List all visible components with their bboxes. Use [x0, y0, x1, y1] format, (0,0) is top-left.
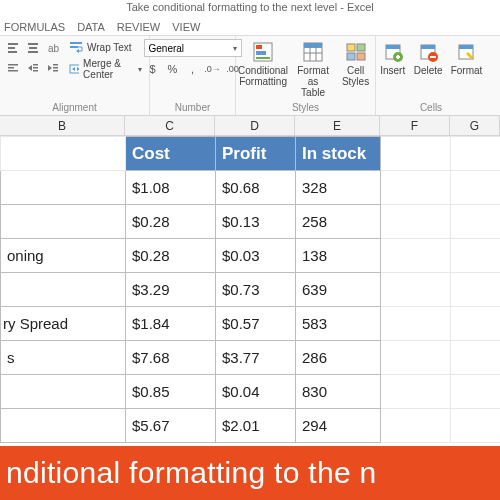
- cell[interactable]: $0.04: [216, 375, 296, 409]
- format-as-table-button[interactable]: Format as Table: [294, 39, 333, 100]
- cell[interactable]: 138: [296, 239, 381, 273]
- cell[interactable]: [381, 409, 451, 443]
- cell[interactable]: [381, 341, 451, 375]
- header-cost[interactable]: Cost: [126, 137, 216, 171]
- cell[interactable]: $3.29: [126, 273, 216, 307]
- delete-button[interactable]: Delete: [412, 39, 445, 78]
- cell[interactable]: [451, 137, 501, 171]
- cell[interactable]: $0.13: [216, 205, 296, 239]
- group-alignment: ab Wrap Text Merge & Center ▾: [0, 36, 150, 115]
- merge-center-button[interactable]: Merge & Center ▾: [66, 57, 145, 81]
- increase-indent-icon[interactable]: [44, 59, 62, 77]
- colhead-f[interactable]: F: [380, 116, 450, 136]
- cell[interactable]: [381, 171, 451, 205]
- cell[interactable]: $0.03: [216, 239, 296, 273]
- cell[interactable]: 583: [296, 307, 381, 341]
- cell[interactable]: 639: [296, 273, 381, 307]
- cell[interactable]: [1, 137, 126, 171]
- cell-styles-label: Cell Styles: [339, 65, 373, 87]
- comma-format-button[interactable]: ,: [184, 60, 202, 78]
- cell[interactable]: [451, 239, 501, 273]
- column-headers: B C D E F G: [0, 116, 500, 136]
- cell[interactable]: $0.73: [216, 273, 296, 307]
- tab-data[interactable]: DATA: [77, 21, 105, 33]
- svg-rect-45: [430, 56, 436, 58]
- cell[interactable]: $2.01: [216, 409, 296, 443]
- svg-rect-13: [33, 70, 38, 72]
- cell[interactable]: $7.68: [126, 341, 216, 375]
- table-row: $0.28 $0.13 258: [1, 205, 501, 239]
- align-left-icon[interactable]: [4, 59, 22, 77]
- orientation-icon[interactable]: ab: [44, 39, 62, 57]
- decrease-indent-icon[interactable]: [24, 59, 42, 77]
- cell[interactable]: [381, 273, 451, 307]
- cell[interactable]: [451, 307, 501, 341]
- svg-rect-2: [8, 51, 17, 53]
- cell[interactable]: [381, 375, 451, 409]
- colhead-e[interactable]: E: [295, 116, 380, 136]
- cell[interactable]: $0.28: [126, 205, 216, 239]
- table-row: ry Spread $1.84 $0.57 583: [1, 307, 501, 341]
- tab-formulas[interactable]: FORMULAS: [4, 21, 65, 33]
- cell[interactable]: [1, 273, 126, 307]
- cell[interactable]: [1, 409, 126, 443]
- tab-review[interactable]: REVIEW: [117, 21, 160, 33]
- number-format-dropdown[interactable]: General ▾: [144, 39, 242, 57]
- cell[interactable]: [381, 137, 451, 171]
- cell[interactable]: $0.57: [216, 307, 296, 341]
- cell[interactable]: $1.84: [126, 307, 216, 341]
- svg-rect-15: [53, 64, 58, 66]
- cell[interactable]: 830: [296, 375, 381, 409]
- cell[interactable]: $0.68: [216, 171, 296, 205]
- colhead-c[interactable]: C: [125, 116, 215, 136]
- cell[interactable]: [451, 375, 501, 409]
- insert-button[interactable]: Insert: [378, 39, 408, 78]
- cell[interactable]: $5.67: [126, 409, 216, 443]
- cell[interactable]: [381, 307, 451, 341]
- tab-view[interactable]: VIEW: [172, 21, 200, 33]
- cell[interactable]: [1, 171, 126, 205]
- group-label-cells: Cells: [420, 102, 442, 113]
- cell[interactable]: $3.77: [216, 341, 296, 375]
- header-profit[interactable]: Profit: [216, 137, 296, 171]
- increase-decimal-button[interactable]: .0→: [204, 60, 222, 78]
- cell[interactable]: [1, 205, 126, 239]
- cell[interactable]: [451, 205, 501, 239]
- cell[interactable]: ry Spread: [1, 307, 126, 341]
- colhead-g[interactable]: G: [450, 116, 500, 136]
- cell[interactable]: [381, 205, 451, 239]
- align-middle-icon[interactable]: [24, 39, 42, 57]
- svg-rect-18: [70, 42, 82, 44]
- cell[interactable]: $0.28: [126, 239, 216, 273]
- percent-format-button[interactable]: %: [164, 60, 182, 78]
- cell[interactable]: s: [1, 341, 126, 375]
- cell[interactable]: $0.85: [126, 375, 216, 409]
- cell[interactable]: [451, 171, 501, 205]
- wrap-text-button[interactable]: Wrap Text: [66, 39, 145, 55]
- cell[interactable]: 328: [296, 171, 381, 205]
- colhead-b[interactable]: B: [0, 116, 125, 136]
- cell[interactable]: [451, 341, 501, 375]
- cell-styles-icon: [345, 41, 367, 63]
- svg-rect-8: [8, 67, 14, 69]
- accounting-format-button[interactable]: $: [144, 60, 162, 78]
- align-top-icon[interactable]: [4, 39, 22, 57]
- colhead-d[interactable]: D: [215, 116, 295, 136]
- cell[interactable]: 258: [296, 205, 381, 239]
- svg-rect-3: [28, 43, 38, 45]
- cell[interactable]: $1.08: [126, 171, 216, 205]
- table-row: $5.67 $2.01 294: [1, 409, 501, 443]
- cell[interactable]: 286: [296, 341, 381, 375]
- spreadsheet-grid[interactable]: B C D E F G Cost Profit In stock $1.08 $…: [0, 116, 500, 443]
- header-instock[interactable]: In stock: [296, 137, 381, 171]
- cell[interactable]: [451, 409, 501, 443]
- conditional-formatting-button[interactable]: Conditional Formatting: [236, 39, 289, 89]
- format-button[interactable]: Format: [449, 39, 485, 78]
- svg-rect-12: [33, 67, 38, 69]
- cell[interactable]: 294: [296, 409, 381, 443]
- cell[interactable]: [451, 273, 501, 307]
- cell[interactable]: [381, 239, 451, 273]
- cell-styles-button[interactable]: Cell Styles: [337, 39, 375, 89]
- cell[interactable]: [1, 375, 126, 409]
- cell[interactable]: oning: [1, 239, 126, 273]
